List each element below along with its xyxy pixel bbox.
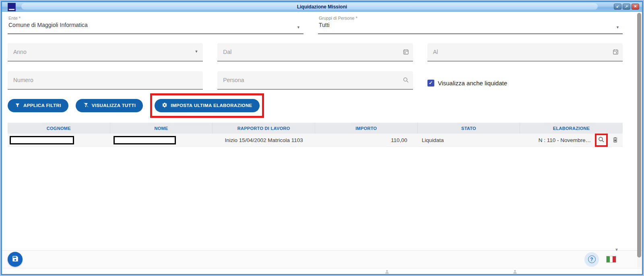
calendar-icon[interactable] <box>612 49 619 56</box>
table-row[interactable]: Inizio 15/04/2002 Matricola 1103 110,00 … <box>8 134 623 147</box>
table-header-row: COGNOME NOME RAPPORTO DI LAVORO IMPORTO … <box>8 123 623 134</box>
numero-placeholder: Numero <box>13 77 33 83</box>
help-button[interactable]: ? <box>584 252 599 267</box>
visualizza-tutti-button[interactable]: VISUALIZZA TUTTI <box>76 99 143 112</box>
app-window: Liquidazione Missioni ↙ ↗ ✕ Ente * Comun… <box>1 1 643 275</box>
footer-bar: ? ▼ <box>2 250 642 268</box>
gruppi-persone-value: Tutti <box>319 22 614 28</box>
search-icon[interactable] <box>402 77 409 84</box>
minimize-button[interactable]: ↙ <box>614 4 621 10</box>
imposta-ultima-elaborazione-label: IMPOSTA ULTIMA ELABORAZIONE <box>171 103 252 108</box>
save-button[interactable] <box>8 252 23 267</box>
gear-icon <box>162 102 167 109</box>
window-controls: ↙ ↗ ✕ <box>614 4 639 10</box>
person-icon <box>512 269 518 276</box>
view-elaborazione-button[interactable] <box>598 136 605 144</box>
gruppi-persone-label: Gruppi di Persone * <box>319 16 614 21</box>
cell-importo: 110,00 <box>315 137 418 143</box>
title-bar: Liquidazione Missioni ↙ ↗ ✕ <box>2 2 642 12</box>
clipped-bottom-strip <box>2 268 642 274</box>
delete-row-button[interactable] <box>612 136 619 144</box>
calendar-icon[interactable] <box>402 49 409 56</box>
filter-row-3: Numero Persona ✓ Visualizza anche liquid… <box>8 71 623 90</box>
cell-nome <box>110 136 213 144</box>
gruppi-persone-select[interactable]: Gruppi di Persone * Tutti ▼ <box>318 15 623 34</box>
persona-placeholder: Persona <box>223 77 244 83</box>
filter-icon <box>15 103 20 109</box>
floppy-save-icon <box>12 255 19 264</box>
main-content: Ente * Comune di Maggioli Informatica ▼ … <box>2 12 642 250</box>
header-rapporto-di-lavoro[interactable]: RAPPORTO DI LAVORO <box>213 123 315 134</box>
imposta-ultima-elaborazione-button[interactable]: IMPOSTA ULTIMA ELABORAZIONE <box>155 99 259 112</box>
filter-row-2: Anno ▼ Dal Al <box>8 43 623 62</box>
header-stato[interactable]: STATO <box>418 123 520 134</box>
filter-row-1: Ente * Comune di Maggioli Informatica ▼ … <box>8 15 623 34</box>
redaction-box <box>114 136 176 144</box>
anno-select[interactable]: Anno ▼ <box>8 43 203 62</box>
cell-stato: Liquidata <box>418 137 520 143</box>
persona-input[interactable]: Persona <box>217 71 413 90</box>
trash-icon <box>612 136 619 144</box>
applica-filtri-label: APPLICA FILTRI <box>23 103 61 108</box>
maggioli-logo-icon <box>8 3 16 11</box>
ente-select[interactable]: Ente * Comune di Maggioli Informatica ▼ <box>8 15 303 34</box>
filter-off-icon <box>83 102 89 109</box>
help-icon: ? <box>588 255 596 263</box>
dal-date-input[interactable]: Dal <box>217 43 413 62</box>
window-title: Liquidazione Missioni <box>297 4 347 10</box>
dal-placeholder: Dal <box>223 49 231 55</box>
visualizza-liquidate-label: Visualizza anche liquidate <box>438 80 507 87</box>
header-elaborazione[interactable]: ELABORAZIONE <box>520 123 623 134</box>
annotation-box-magnifier <box>595 134 608 147</box>
cell-rapporto-di-lavoro: Inizio 15/04/2002 Matricola 1103 <box>213 137 315 143</box>
chevron-down-icon[interactable]: ▼ <box>194 49 198 54</box>
toolbar: APPLICA FILTRI VISUALIZZA TUTTI <box>8 93 623 118</box>
cell-elaborazione: N : 110 - Novembre… <box>520 134 623 147</box>
cell-cognome <box>8 136 110 144</box>
magnifier-icon <box>598 136 605 144</box>
redaction-box <box>10 136 74 144</box>
ente-label: Ente * <box>8 16 295 21</box>
chevron-down-icon[interactable]: ▼ <box>616 25 619 29</box>
elaborazione-text: N : 110 - Novembre… <box>539 137 591 143</box>
chevron-down-icon[interactable]: ▼ <box>297 25 300 29</box>
chevron-down-icon[interactable]: ▼ <box>615 247 619 252</box>
numero-input[interactable]: Numero <box>8 71 203 90</box>
header-cognome[interactable]: COGNOME <box>8 123 110 134</box>
applica-filtri-button[interactable]: APPLICA FILTRI <box>8 99 68 112</box>
al-placeholder: Al <box>433 49 438 55</box>
results-table: COGNOME NOME RAPPORTO DI LAVORO IMPORTO … <box>8 123 623 250</box>
person-icon <box>384 269 390 276</box>
al-date-input[interactable]: Al <box>427 43 623 62</box>
visualizza-liquidate-checkbox-row: ✓ Visualizza anche liquidate <box>427 71 623 90</box>
close-button[interactable]: ✕ <box>632 4 639 10</box>
header-importo[interactable]: IMPORTO <box>315 123 418 134</box>
anno-placeholder: Anno <box>13 49 27 55</box>
visualizza-tutti-label: VISUALIZZA TUTTI <box>92 103 136 108</box>
annotation-box-imposta: IMPOSTA ULTIMA ELABORAZIONE <box>150 93 264 118</box>
checkbox-checked-icon[interactable]: ✓ <box>427 80 434 87</box>
header-nome[interactable]: NOME <box>110 123 213 134</box>
scrollbar-thumb[interactable] <box>637 13 641 257</box>
footer-right-group: ? <box>584 252 616 267</box>
maximize-button[interactable]: ↗ <box>623 4 630 10</box>
ente-value: Comune di Maggioli Informatica <box>8 22 295 28</box>
vertical-scrollbar[interactable] <box>637 12 641 267</box>
italian-flag-icon[interactable] <box>606 256 616 263</box>
